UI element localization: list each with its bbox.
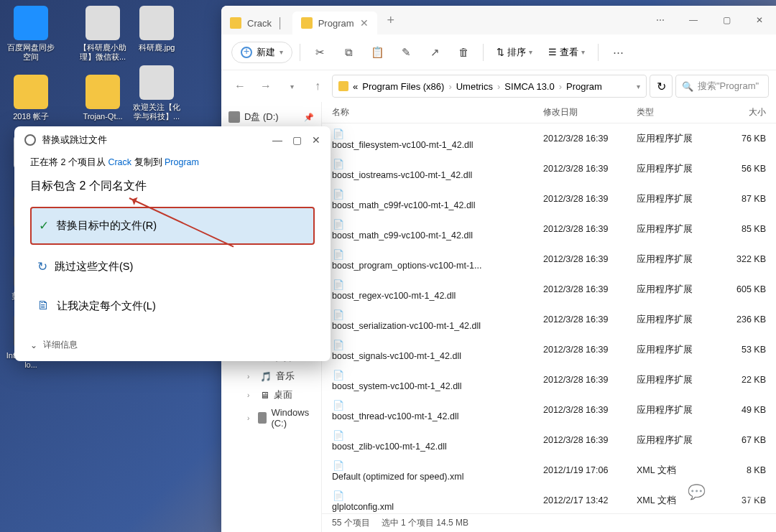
file-icon: 📄 [332, 338, 345, 351]
new-button[interactable]: 新建 ▾ [231, 42, 292, 63]
col-type[interactable]: 类型 [637, 106, 708, 118]
close-button[interactable]: ✕ [312, 134, 320, 146]
desktop-col3: 科研鹿.jpg欢迎关注【化学与科技】... [126, 0, 188, 141]
file-row[interactable]: 📄boost_regex-vc100-mt-1_42.dll2012/3/28 … [322, 274, 776, 304]
up-button[interactable]: ↑ [306, 75, 329, 98]
navbar: ← → ▾ ↑ « Program Files (x86) › Umetrics… [221, 70, 776, 102]
app-icon [14, 6, 48, 40]
desktop-icon[interactable]: Trojan-Qt... [78, 75, 128, 121]
col-name[interactable]: 名称 [332, 106, 543, 118]
option-skip[interactable]: ↻ 跳过这些文件(S) [30, 249, 315, 284]
icon-label: 欢迎关注【化学与科技】... [131, 103, 182, 121]
file-row[interactable]: 📄Default (optimized for speed).xml2012/1… [322, 455, 776, 485]
file-row[interactable]: 📄boost_system-vc100-mt-1_42.dll2012/3/28… [322, 365, 776, 395]
file-row[interactable]: 📄boost_program_options-vc100-mt-1...2012… [322, 244, 776, 274]
file-row[interactable]: 📄boost_serialization-vc100-mt-1_42.dll20… [322, 304, 776, 335]
minimize-button[interactable]: — [272, 134, 282, 146]
search-input[interactable]: 🔍 搜索"Program" [675, 75, 769, 98]
back-button[interactable]: ← [228, 75, 251, 98]
rename-button[interactable]: ✎ [394, 40, 418, 65]
breadcrumb[interactable]: « Program Files (x86) › Umetrics › SIMCA… [332, 75, 647, 98]
delete-button[interactable]: 🗑 [451, 40, 476, 65]
copy-button[interactable]: ⧉ [336, 40, 361, 65]
app-icon [86, 75, 120, 109]
plus-icon [241, 47, 252, 58]
minimize-button[interactable]: — [677, 9, 710, 32]
file-icon: 📄 [332, 489, 345, 502]
desktop-icon[interactable]: 2018 帐子 [6, 75, 56, 121]
paste-button[interactable]: 📋 [365, 40, 389, 65]
sort-dropdown[interactable]: ⇅ 排序 ▾ [491, 43, 538, 62]
bc-prefix: « [353, 81, 358, 92]
col-date[interactable]: 修改日期 [543, 106, 637, 118]
chevron-down-icon[interactable]: ▾ [637, 83, 640, 90]
chevron-down-icon: ▾ [280, 48, 283, 56]
folder-icon [338, 81, 348, 91]
view-label: 查看 [560, 46, 578, 59]
sidebar-item-winc[interactable]: ›Windows (C:) [221, 404, 321, 431]
share-button[interactable]: ↗ [422, 40, 447, 65]
sidebar-item-desktop[interactable]: ›🖥桌面 [221, 386, 321, 404]
disk-icon [228, 111, 240, 123]
cut-button[interactable]: ✂ [308, 40, 332, 65]
file-row[interactable]: 📄boost_math_c99f-vc100-mt-1_42.dll2012/3… [322, 184, 776, 214]
file-icon: 📄 [332, 368, 345, 381]
info-icon [24, 134, 36, 146]
new-tab-button[interactable]: + [382, 13, 401, 28]
folder-icon [301, 17, 313, 29]
sidebar-item-disk-d[interactable]: D盘 (D:)📌 [221, 108, 321, 126]
maximize-button[interactable]: ▢ [710, 9, 743, 32]
option-decide[interactable]: 🗎 让我决定每个文件(L) [30, 289, 315, 323]
close-button[interactable]: ✕ [743, 9, 776, 32]
file-row[interactable]: 📄boost_iostreams-vc100-mt-1_42.dll2012/3… [322, 154, 776, 184]
desktop-icon[interactable]: 【科研鹿小助理】微信获... [78, 6, 128, 62]
col-size[interactable]: 大小 [708, 106, 766, 118]
desktop-icon: 🖥 [260, 390, 269, 401]
close-icon[interactable]: ✕ [360, 17, 369, 29]
icon-label: 百度网盘同步空间 [6, 43, 56, 62]
icon-label: 【科研鹿小助理】微信获... [78, 43, 128, 62]
bc-part[interactable]: Umetrics [456, 81, 493, 92]
search-placeholder: 搜索"Program" [698, 80, 759, 93]
file-pane: 名称 修改日期 类型 大小 📄boost_filesystem-vc100-mt… [322, 102, 776, 532]
chevron-down-icon[interactable]: ▾ [280, 75, 303, 98]
bc-part[interactable]: SIMCA 13.0 [504, 81, 554, 92]
disk-icon [258, 412, 267, 424]
icon-label: Trojan-Qt... [78, 112, 128, 121]
close-icon[interactable]: │ [277, 17, 284, 29]
folder-icon [230, 17, 241, 29]
view-dropdown[interactable]: ☰ 查看 ▾ [542, 43, 591, 62]
option-replace[interactable]: ✓ 替换目标中的文件(R) [30, 207, 315, 245]
view-icon: ☰ [548, 47, 557, 57]
file-row[interactable]: 📄boost_filesystem-vc100-mt-1_42.dll2012/… [322, 123, 776, 154]
file-list: 📄boost_filesystem-vc100-mt-1_42.dll2012/… [322, 123, 776, 513]
maximize-button[interactable]: ▢ [292, 134, 302, 146]
dialog-titlebar: 替换或跳过文件 — ▢ ✕ [14, 126, 331, 154]
tab-crack[interactable]: Crack │ [221, 11, 292, 34]
toolbar: 新建 ▾ ✂ ⧉ 📋 ✎ ↗ 🗑 ⇅ 排序 ▾ ☰ 查看 ▾ ⋯ [221, 34, 776, 70]
file-row[interactable]: 📄boost_signals-vc100-mt-1_42.dll2012/3/2… [322, 335, 776, 365]
pin-icon: 📌 [304, 113, 314, 122]
more-icon[interactable]: ⋯ [644, 9, 677, 32]
desktop-icon[interactable]: 科研鹿.jpg [131, 6, 182, 52]
sort-label: 排序 [507, 46, 526, 59]
file-row[interactable]: 📄boost_thread-vc100-mt-1_42.dll2012/3/28… [322, 395, 776, 425]
icon-label: 2018 帐子 [6, 112, 56, 121]
sidebar-item-music[interactable]: ›🎵音乐 [221, 367, 321, 386]
desktop-icon[interactable]: 欢迎关注【化学与科技】... [131, 65, 182, 121]
file-row[interactable]: 📄boost_zlib-vc100-mt-1_42.dll2012/3/28 1… [322, 425, 776, 455]
file-conflict-dialog: 替换或跳过文件 — ▢ ✕ 正在将 2 个项目从 Crack 复制到 Progr… [14, 126, 331, 361]
file-row[interactable]: 📄glplotconfig.xml2012/2/17 13:42XML 文档37… [322, 485, 776, 513]
refresh-button[interactable]: ↻ [650, 75, 673, 98]
bc-part[interactable]: Program [566, 81, 602, 92]
file-row[interactable]: 📄boost_math_c99-vc100-mt-1_42.dll2012/3/… [322, 214, 776, 244]
forward-button[interactable]: → [254, 75, 277, 98]
more-button[interactable]: ⋯ [606, 40, 630, 65]
app-icon [139, 65, 174, 100]
desktop-icon[interactable]: 百度网盘同步空间 [6, 6, 56, 62]
tab-program[interactable]: Program ✕ [292, 11, 377, 34]
detail-toggle[interactable]: ⌄ 详细信息 [14, 330, 331, 351]
option-label: 替换目标中的文件(R) [56, 219, 157, 233]
option-label: 跳过这些文件(S) [55, 260, 133, 274]
bc-part[interactable]: Program Files (x86) [362, 81, 444, 92]
